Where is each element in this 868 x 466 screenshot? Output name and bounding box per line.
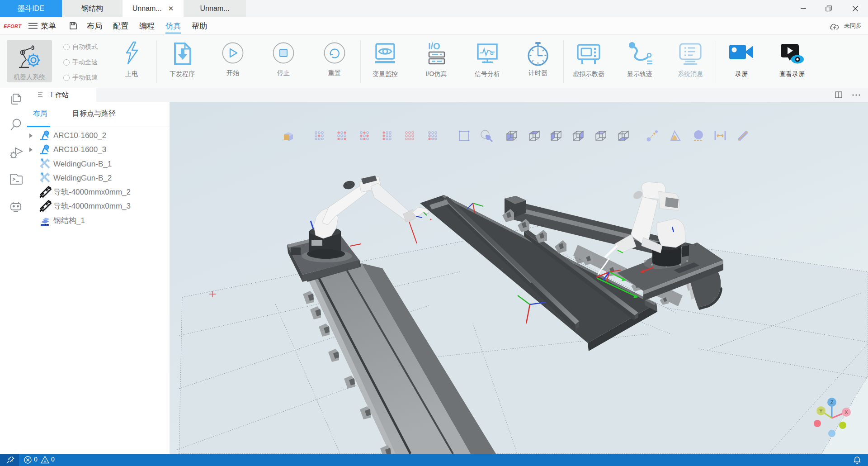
svg-text:X: X xyxy=(844,409,848,415)
svg-text:I/O: I/O xyxy=(428,41,440,51)
svg-text:Y: Y xyxy=(819,408,823,414)
svg-text:Z: Z xyxy=(830,399,834,405)
